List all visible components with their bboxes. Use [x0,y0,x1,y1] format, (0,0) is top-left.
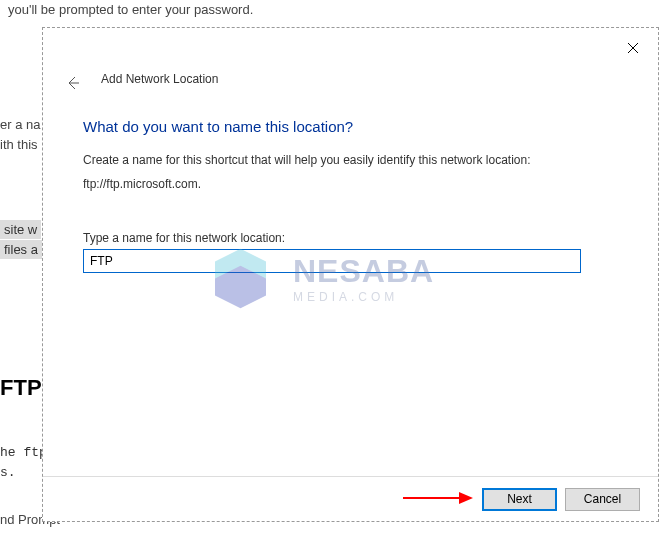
input-label: Type a name for this network location: [83,231,618,245]
bg-text-era: er a na [0,115,40,135]
close-button[interactable] [618,36,648,60]
page-heading: What do you want to name this location? [83,118,618,135]
watermark-sub: MEDIA.COM [293,290,434,304]
bg-heading-ftp: FTP [0,375,42,401]
dialog-title: Add Network Location [101,72,218,86]
close-icon [627,42,639,54]
bg-code-line2: s. [0,465,16,480]
arrow-left-icon [65,75,81,91]
bg-text-top: you'll be prompted to enter your passwor… [8,0,253,20]
cancel-button[interactable]: Cancel [565,488,640,511]
location-name-input[interactable] [83,249,581,273]
location-url: ftp://ftp.microsoft.com. [83,177,618,191]
next-button[interactable]: Next [482,488,557,511]
bg-code-line1: he ftp [0,445,47,460]
bg-text-ith: ith this [0,135,38,155]
dialog-window: Add Network Location What do you want to… [42,27,659,522]
dialog-content: What do you want to name this location? … [83,118,618,273]
bg-grey-1: site w [0,220,41,239]
button-bar: Next Cancel [43,476,658,521]
back-button[interactable] [61,71,85,95]
description-text: Create a name for this shortcut that wil… [83,153,618,167]
bg-grey-2: files a [0,240,42,259]
